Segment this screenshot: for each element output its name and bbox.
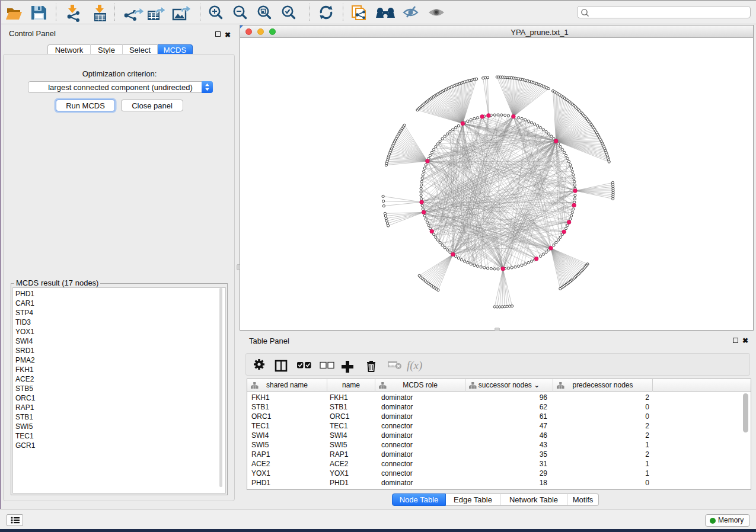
svg-text:f(x): f(x) (407, 359, 422, 372)
